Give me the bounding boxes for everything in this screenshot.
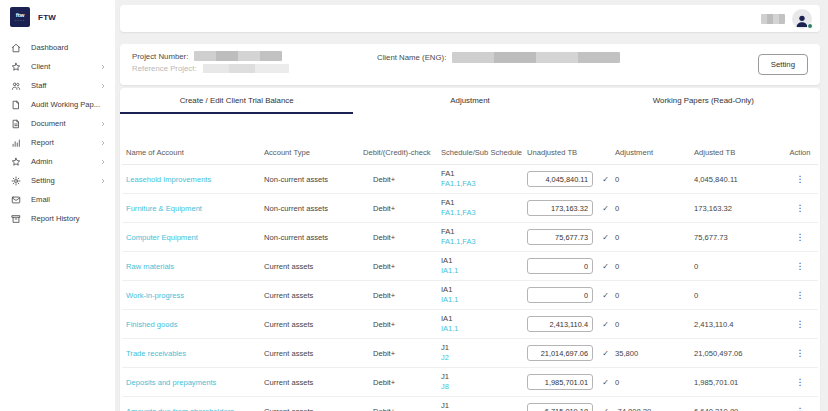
sidebar-item-audit-working-pap[interactable]: Audit Working Pap... <box>0 95 115 114</box>
row-actions-button[interactable]: ⋮ <box>790 406 811 411</box>
trial-balance-table: Name of Account Account Type Debit/(Cred… <box>122 142 818 411</box>
gear-icon <box>11 176 21 186</box>
row-actions-button[interactable]: ⋮ <box>790 348 811 358</box>
account-type-cell: Current assets <box>260 252 359 281</box>
debit-credit-cell: Debit+ <box>359 339 437 368</box>
schedule-label: J1 <box>441 343 521 353</box>
unadjusted-tb-input[interactable] <box>527 316 593 332</box>
schedule-cell: J1 J8 <box>437 368 523 397</box>
row-actions-button[interactable]: ⋮ <box>790 174 811 184</box>
account-name-link[interactable]: Finished goods <box>126 320 178 329</box>
account-name-link[interactable]: Amounts due from shareholders <box>126 407 234 411</box>
brand[interactable]: ftw ···· FTW <box>0 0 115 34</box>
schedule-cell: FA1 FA1.1,FA3 <box>437 223 523 252</box>
account-type-cell: Non-current assets <box>260 223 359 252</box>
sidebar-item-label: Admin <box>31 157 53 166</box>
sub-schedule-link[interactable]: IA1.1 <box>441 324 458 333</box>
account-name-link[interactable]: Work-in-progress <box>126 291 184 300</box>
document-icon <box>11 119 21 129</box>
debit-credit-cell: Debit+ <box>359 281 437 310</box>
chevron-right-icon <box>100 159 106 165</box>
unadjusted-tb-input[interactable] <box>527 403 593 411</box>
client-name-label: Client Name (ENG): <box>377 53 446 62</box>
unadjusted-tb-input[interactable] <box>527 287 593 303</box>
account-type-cell: Non-current assets <box>260 194 359 223</box>
sidebar-item-admin[interactable]: Admin <box>0 152 115 171</box>
table-row: Leasehold Improvements Non-current asset… <box>122 165 818 194</box>
adjusted-tb-cell: 0 <box>690 281 780 310</box>
sub-schedule-link[interactable]: IA1.1 <box>441 266 458 275</box>
mail-icon <box>11 195 21 205</box>
sub-schedule-link[interactable]: J2 <box>441 353 449 362</box>
sidebar-item-label: Report History <box>31 214 80 223</box>
schedule-label: FA1 <box>441 198 521 208</box>
sub-schedule-link[interactable]: FA1.1,FA3 <box>441 208 476 217</box>
sidebar-item-label: Setting <box>31 176 55 185</box>
account-name-link[interactable]: Computer Equipment <box>126 233 198 242</box>
sidebar-item-setting[interactable]: Setting <box>0 171 115 190</box>
table-row: Raw materials Current assets Debit+ IA1 … <box>122 252 818 281</box>
row-actions-button[interactable]: ⋮ <box>790 377 811 387</box>
sub-schedule-link[interactable]: FA1.1,FA3 <box>441 179 476 188</box>
unadjusted-tb-input[interactable] <box>527 374 593 390</box>
sub-schedule-link[interactable]: J8 <box>441 382 449 391</box>
row-actions-button[interactable]: ⋮ <box>790 319 811 329</box>
account-name-link[interactable]: Deposits and prepayments <box>126 378 216 387</box>
row-actions-button[interactable]: ⋮ <box>790 232 811 242</box>
account-name-link[interactable]: Leasehold Improvements <box>126 175 211 184</box>
sidebar-item-email[interactable]: Email <box>0 190 115 209</box>
main-panel: Create / Edit Client Trial Balance Adjus… <box>120 88 820 411</box>
unadjusted-tb-input[interactable] <box>527 200 593 216</box>
check-icon: ✓ <box>602 204 609 213</box>
tab-create-edit-trial-balance[interactable]: Create / Edit Client Trial Balance <box>120 88 353 114</box>
account-name-link[interactable]: Furniture & Equipment <box>126 204 202 213</box>
adjustment-cell: 0 <box>611 165 690 194</box>
schedule-label: J1 <box>441 372 521 382</box>
sidebar-item-report-history[interactable]: Report History <box>0 209 115 228</box>
file-icon <box>11 100 21 110</box>
account-name-link[interactable]: Raw materials <box>126 262 174 271</box>
unadjusted-tb-input[interactable] <box>527 258 593 274</box>
sidebar-item-dashboard[interactable]: Dashboard <box>0 38 115 57</box>
sub-schedule-link[interactable]: FA1.1,FA3 <box>441 237 476 246</box>
check-icon: ✓ <box>602 175 609 184</box>
tab-adjustment[interactable]: Adjustment <box>353 88 586 114</box>
sidebar-item-document[interactable]: Document <box>0 114 115 133</box>
sidebar-item-report[interactable]: Report <box>0 133 115 152</box>
row-actions-button[interactable]: ⋮ <box>790 203 811 213</box>
project-info-bar: Project Number: Reference Project: Clien… <box>120 44 820 85</box>
schedule-label: FA1 <box>441 169 521 179</box>
row-actions-button[interactable]: ⋮ <box>790 290 811 300</box>
sidebar-item-staff[interactable]: Staff <box>0 76 115 95</box>
chevron-right-icon <box>100 121 106 127</box>
adjustment-cell: 0 <box>611 223 690 252</box>
table-row: Furniture & Equipment Non-current assets… <box>122 194 818 223</box>
tab-working-papers[interactable]: Working Papers (Read-Only) <box>587 88 820 114</box>
table-row: Amounts due from shareholders Current as… <box>122 397 818 411</box>
check-icon: ✓ <box>602 378 609 387</box>
table-row: Computer Equipment Non-current assets De… <box>122 223 818 252</box>
unadjusted-tb-input[interactable] <box>527 171 593 187</box>
app-name: FTW <box>38 13 56 22</box>
account-name-link[interactable]: Trade receivables <box>126 349 186 358</box>
sidebar-item-client[interactable]: Client <box>0 57 115 76</box>
sub-schedule-link[interactable]: IA1.1 <box>441 295 458 304</box>
unadjusted-tb-input[interactable] <box>527 229 593 245</box>
unadjusted-tb-cell: ✓ <box>523 252 611 281</box>
star-icon <box>11 157 21 167</box>
sidebar-item-label: Document <box>31 119 66 128</box>
tab-bar: Create / Edit Client Trial Balance Adjus… <box>120 88 820 114</box>
schedule-cell: IA1 IA1.1 <box>437 281 523 310</box>
account-type-cell: Current assets <box>260 368 359 397</box>
setting-button[interactable]: Setting <box>758 54 808 75</box>
schedule-cell: IA1 IA1.1 <box>437 252 523 281</box>
table-row: Deposits and prepayments Current assets … <box>122 368 818 397</box>
account-type-cell: Non-current assets <box>260 165 359 194</box>
schedule-cell: J1 J2 <box>437 339 523 368</box>
user-avatar[interactable] <box>792 9 812 29</box>
unadjusted-tb-input[interactable] <box>527 345 593 361</box>
check-icon: ✓ <box>602 233 609 242</box>
col-unadjusted-tb: Unadjusted TB <box>523 142 611 165</box>
unadjusted-tb-cell: ✓ <box>523 165 611 194</box>
row-actions-button[interactable]: ⋮ <box>790 261 811 271</box>
